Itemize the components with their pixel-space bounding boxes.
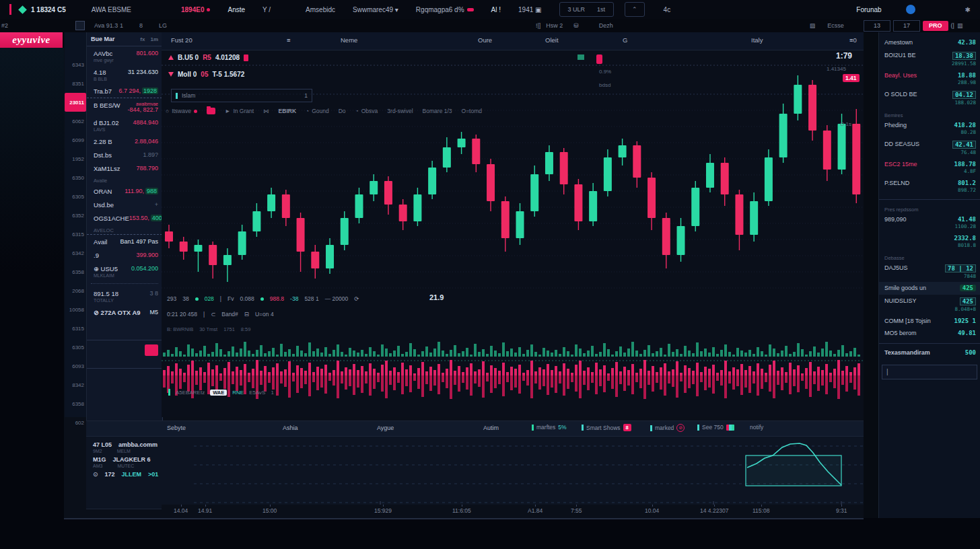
ladder-value[interactable]: 10058 [65, 300, 86, 319]
chart-header-item[interactable]: Fust 20 [171, 36, 193, 44]
ladder-value[interactable]: 1952 [65, 149, 86, 168]
sidebar-row[interactable]: Beayl. Uses18.88288.98 [884, 69, 976, 88]
watchlist-row[interactable]: 891.5 18TOTALLY3 8 [87, 287, 162, 305]
sidebar-row[interactable]: BOI2U1 BE18.3828991.58 [884, 49, 976, 69]
ladder-value[interactable]: 8342 [65, 375, 86, 394]
sidebar-row[interactable]: Texasmandiram500 [884, 346, 976, 359]
sidebar-row[interactable]: MO5 berom49.81 [884, 327, 976, 340]
watchlist-row[interactable]: .9399.900 [87, 248, 162, 262]
sell-row[interactable]: Moll 0 05 T-5 1.5672 [168, 71, 244, 78]
positions-tab[interactable]: marftes5% [532, 424, 567, 431]
menu-item-4[interactable]: Swwmarec49 ▾ [353, 6, 398, 13]
sidebar-row[interactable]: Amestown42.38 [884, 36, 976, 49]
hist-icon[interactable]: !|] [536, 22, 540, 29]
sidebar-row[interactable]: 2332.88018.8 [884, 232, 976, 251]
search-box[interactable]: 3 ULR1st [559, 2, 615, 17]
ladder-value[interactable]: 6358 [65, 262, 86, 281]
star-icon[interactable]: ✱ [965, 6, 971, 13]
positions-tab[interactable]: See 750 [697, 424, 734, 431]
chart-tool[interactable]: ◔Obsva [355, 108, 378, 114]
sidebar-row[interactable]: NUIDSLISY4258.048+8 [884, 295, 976, 315]
watchlist-filter-fx[interactable]: fx [140, 36, 145, 42]
ladder-value[interactable]: 6358 [65, 394, 86, 413]
watchlist-row[interactable]: ORAN111.90,988 [87, 184, 162, 198]
sidebar-row[interactable]: DAJ5US78 | 127848 [884, 262, 976, 282]
chart-header-item[interactable]: Italy [751, 36, 763, 44]
watchlist-row[interactable]: Usd.be+ [87, 198, 162, 211]
chart-tool[interactable]: Do [339, 108, 346, 114]
watchlist-row[interactable]: ⊘ 272A OTX A9M5 [87, 305, 162, 319]
ladder-value[interactable]: 6350 [65, 168, 86, 187]
chart-tool[interactable]: ◔Gound [306, 108, 329, 114]
upload-button[interactable]: ⌃ [625, 2, 645, 17]
positions-tab[interactable]: notify [750, 424, 763, 431]
chart-header-item[interactable]: Oure [478, 36, 492, 44]
watchlist-row[interactable]: ⊕ USU5MLKLAIM0.054.200 [87, 262, 162, 281]
chart-tool[interactable]: ⋈ [263, 108, 269, 114]
sell-button[interactable] [145, 344, 158, 356]
ladder-value[interactable]: 6343 [65, 55, 86, 74]
equity-chart[interactable] [194, 437, 864, 506]
brand-logo[interactable]: eyyuvive [0, 32, 63, 48]
sidebar-row[interactable]: O SOLD BE04.12188.028 [884, 88, 976, 108]
chart-tool[interactable]: O=tomd [462, 108, 482, 114]
chart-tool[interactable]: Bomare 1/3 [423, 108, 452, 114]
dezh-label[interactable]: Dezh [599, 22, 613, 29]
layout-icon[interactable]: ▥ [957, 22, 963, 29]
sidebar-row[interactable]: DD SEASUS42.4176.48 [884, 138, 976, 158]
volume-input[interactable]: Islam 1 [171, 89, 312, 102]
user-menu[interactable]: Forunab [856, 6, 881, 13]
tab-13[interactable]: 13 [864, 20, 890, 32]
chart-header-item[interactable]: Oleit [545, 36, 559, 44]
sidebar-row[interactable]: ESC2 15me188.784.8F [884, 158, 976, 177]
sidebar-row[interactable]: P.SELND801.2898.72 [884, 177, 976, 196]
chart-tool[interactable]: EBIRK [279, 108, 296, 114]
positions-tab[interactable]: marked⊘ [650, 424, 685, 432]
ladder-value[interactable]: 6062 [65, 112, 86, 131]
watchlist-row[interactable]: OGS1ACHE153.50,400 [87, 211, 162, 225]
disk-icon[interactable]: ⛁ [573, 22, 579, 29]
watchlist-row[interactable]: Tra.b76.7 294,1928 [87, 84, 162, 98]
watchlist-row[interactable]: AAVbcmve gwyr801.600 [87, 46, 162, 65]
menu-item-3[interactable]: Amsebidc [306, 6, 335, 13]
menu-item-5[interactable]: Rgqmagpa6 d% [416, 6, 474, 13]
sidebar-row[interactable]: Pheding418.2880.28 [884, 119, 976, 138]
buy-row[interactable]: B.U5 0 R5 4.01208 [168, 54, 248, 61]
chart-tool[interactable]: ►In Grant [225, 108, 254, 114]
ladder-value[interactable]: 23011 [65, 93, 86, 112]
chart-tool[interactable] [207, 108, 215, 114]
ladder-value[interactable]: 6315 [65, 319, 86, 338]
ladder-value[interactable]: 6093 [65, 357, 86, 375]
price-ladder[interactable]: 6343835123011606260991952635063056352631… [65, 32, 86, 417]
watchlist-row[interactable]: XaM1Lsz788.790 [87, 161, 162, 175]
menu-item-7[interactable]: 1941 ▣ [518, 6, 541, 13]
ladder-value[interactable]: 2068 [65, 281, 86, 300]
watchlist-filter-1m[interactable]: 1m [150, 36, 158, 42]
ladder-value[interactable]: 602 [65, 413, 86, 432]
bracket-icon[interactable]: (| [951, 22, 954, 29]
watchlist-row[interactable]: Dst.bs1.89? [87, 148, 162, 161]
sidebar-row[interactable]: 989,09041.481100.28 [884, 213, 976, 232]
chart-header-item[interactable]: Neme [341, 36, 357, 44]
menu-item-1[interactable]: Anste [228, 6, 245, 13]
indicator-legend-1[interactable]: 29338028|Fv0.088988.8-38528 1— 20000⟳ [167, 293, 853, 304]
positions-tab[interactable]: Smart Shows8 [582, 424, 631, 431]
chart-header-item[interactable]: G [623, 36, 627, 44]
alert-value[interactable]: 1894E0 [181, 6, 210, 13]
pro-button[interactable]: PRO [923, 21, 948, 31]
ladder-value[interactable]: 8351 [65, 74, 86, 93]
watchlist-row[interactable]: 2.28 B2.88,046 [87, 135, 162, 148]
menu-item-6[interactable]: Al ! [491, 6, 501, 13]
ladder-value[interactable]: 6352 [65, 206, 86, 225]
sidebar-row[interactable]: COMM [18 Tojsin1925 1 [884, 315, 976, 328]
indicator-legend-2[interactable]: 0:21 20 458|⊂Band#⊟U=on 4 [167, 309, 274, 320]
grid-icon[interactable] [75, 21, 85, 30]
panel-icon[interactable]: ▨ [810, 22, 816, 29]
watchlist-row[interactable]: 4.18B BLB31 234.630 [87, 65, 162, 84]
ladder-value[interactable]: 6305 [65, 338, 86, 357]
ladder-value[interactable]: 6342 [65, 244, 86, 262]
tab-17[interactable]: 17 [893, 20, 920, 32]
ladder-value[interactable]: 6099 [65, 131, 86, 149]
sidebar-input[interactable]: | [882, 365, 977, 379]
globe-icon[interactable] [906, 5, 915, 14]
